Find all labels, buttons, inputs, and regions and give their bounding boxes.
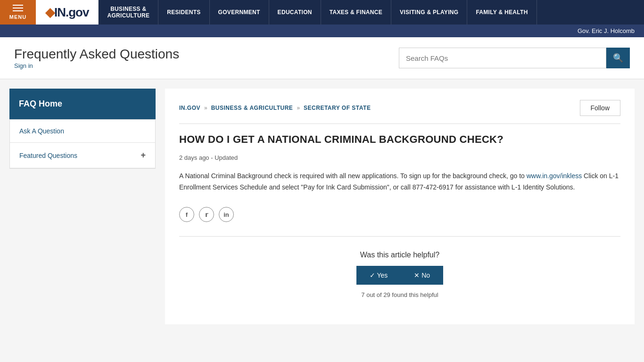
sidebar-nav: Ask A Question Featured Questions + (9, 119, 156, 169)
breadcrumb-sep-1: » (204, 105, 207, 111)
hamburger-line-3 (13, 10, 23, 11)
breadcrumb-left: IN.GOV » BUSINESS & AGRICULTURE » SECRET… (179, 105, 371, 111)
sidebar-item-featured-questions[interactable]: Featured Questions + (10, 143, 155, 168)
breadcrumb: IN.GOV » BUSINESS & AGRICULTURE » SECRET… (179, 100, 620, 116)
nav-item-education[interactable]: EDUCATION (269, 0, 321, 25)
sidebar-item-ask-question[interactable]: Ask A Question (10, 120, 155, 143)
page-title-area: Frequently Asked Questions Sign in (14, 47, 179, 69)
sidebar-faq-home[interactable]: FAQ Home (9, 89, 156, 119)
nav-item-visiting[interactable]: VISITING & PLAYING (391, 0, 467, 25)
governor-name: Gov. Eric J. Holcomb (578, 27, 635, 34)
breadcrumb-sep-2: » (297, 105, 300, 111)
nav-item-family[interactable]: FAMILY & HEALTH (467, 0, 537, 25)
sign-in-link[interactable]: Sign in (14, 62, 33, 69)
expand-icon: + (140, 150, 146, 160)
breadcrumb-sos[interactable]: SECRETARY OF STATE (304, 105, 371, 111)
article-inkless-link[interactable]: www.in.gov/inkless (527, 172, 582, 180)
twitter-label: 𝕣 (205, 211, 208, 218)
search-button[interactable]: 🔍 (606, 48, 630, 68)
social-icons: f 𝕣 in (179, 207, 620, 222)
logo-area[interactable]: ◆IN.gov (36, 0, 99, 25)
search-icon: 🔍 (613, 53, 623, 63)
helpful-no-button[interactable]: ✕ No (401, 266, 443, 285)
facebook-icon[interactable]: f (179, 207, 194, 222)
article-meta: 2 days ago - Updated (179, 153, 620, 163)
article-title: HOW DO I GET A NATIONAL CRIMINAL BACKGRO… (179, 133, 620, 146)
search-area: 🔍 (399, 48, 630, 68)
main-container: FAQ Home Ask A Question Featured Questio… (0, 89, 644, 324)
article-body: A National Criminal Background check is … (179, 171, 620, 193)
nav-item-residents[interactable]: RESIDENTS (158, 0, 209, 25)
logo: ◆IN.gov (45, 5, 89, 20)
page-title: Frequently Asked Questions (14, 47, 179, 62)
breadcrumb-ingov[interactable]: IN.GOV (179, 105, 200, 111)
article-date: 2 days ago (179, 154, 209, 161)
top-nav: MENU ◆IN.gov BUSINESS &AGRICULTURE RESID… (0, 0, 644, 25)
nav-items: BUSINESS &AGRICULTURE RESIDENTS GOVERNME… (99, 0, 644, 25)
governor-bar: Gov. Eric J. Holcomb (0, 25, 644, 37)
helpful-buttons: ✓ Yes ✕ No (179, 266, 620, 285)
helpful-count: 7 out of 29 found this helpful (179, 291, 620, 298)
breadcrumb-business[interactable]: BUSINESS & AGRICULTURE (211, 105, 293, 111)
logo-icon: ◆ (45, 5, 54, 19)
article-text-before-link: A National Criminal Background check is … (179, 172, 527, 180)
featured-questions-label: Featured Questions (19, 152, 77, 159)
follow-button[interactable]: Follow (580, 100, 620, 116)
page-header: Frequently Asked Questions Sign in 🔍 (0, 37, 644, 79)
nav-item-government[interactable]: GOVERNMENT (210, 0, 269, 25)
content-divider (179, 236, 620, 237)
helpful-yes-button[interactable]: ✓ Yes (356, 266, 401, 285)
hamburger-line-2 (13, 8, 23, 8)
search-input[interactable] (399, 48, 606, 68)
sidebar: FAQ Home Ask A Question Featured Questio… (9, 89, 156, 324)
nav-item-taxes[interactable]: TAXES & FINANCE (321, 0, 391, 25)
content-area: IN.GOV » BUSINESS & AGRICULTURE » SECRET… (165, 89, 635, 324)
hamburger-line-1 (13, 5, 23, 6)
twitter-icon[interactable]: 𝕣 (199, 207, 214, 222)
linkedin-label: in (223, 211, 229, 218)
nav-item-business[interactable]: BUSINESS &AGRICULTURE (99, 0, 158, 25)
article-meta-sep: - (209, 154, 215, 161)
helpful-question: Was this article helpful? (179, 251, 620, 259)
facebook-label: f (186, 211, 188, 218)
breadcrumb-divider (179, 123, 620, 124)
helpful-section: Was this article helpful? ✓ Yes ✕ No 7 o… (179, 251, 620, 298)
article-updated: Updated (215, 154, 238, 161)
menu-label: MENU (9, 14, 26, 20)
menu-button[interactable]: MENU (0, 0, 36, 25)
linkedin-icon[interactable]: in (219, 207, 234, 222)
